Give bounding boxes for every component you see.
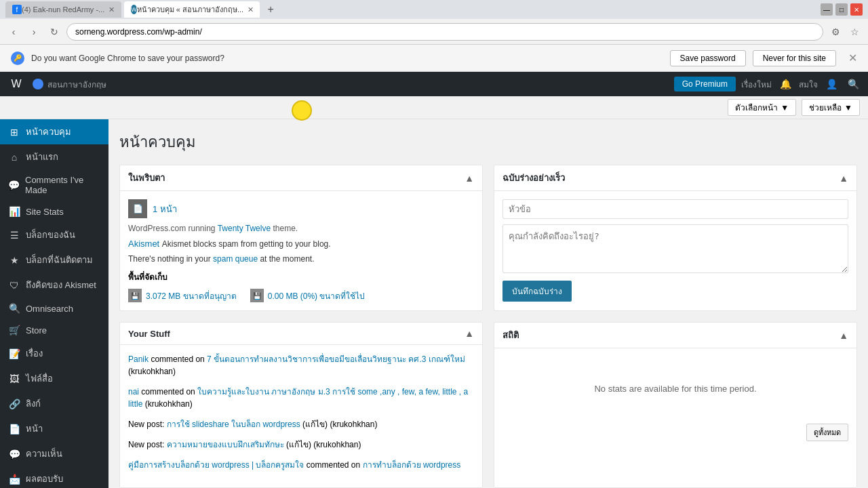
view-all-button[interactable]: ดูทั้งหมด [806,424,848,441]
save-draft-button[interactable]: บันทึกฉบับร่าง [502,281,572,302]
adminbar-search-icon[interactable]: 🔍 [845,76,861,92]
stats-body: No stats are available for this time per… [494,348,856,429]
password-prompt-text: Do you want Google Chrome to save your p… [31,54,663,63]
help-label: ช่วยเหลือ [809,101,842,114]
password-bar-close[interactable]: ✕ [848,52,857,64]
draft-content-input[interactable] [502,224,848,273]
never-for-site-button[interactable]: Never for this site [753,50,836,66]
new-post-link[interactable]: เรื่องใหม่ [741,78,772,91]
sidebar-item-dashboard[interactable]: ⊞ หน้าควบคุม [0,119,108,144]
sidebar-item-media[interactable]: 🖼 ไฟล์สื่อ [0,366,108,391]
post-link-4[interactable]: ความหมายของแบบฝึกเสริมทักษะ [167,440,284,449]
posts-icon: 📝 [8,348,20,359]
reload-button[interactable]: ↻ [46,24,62,40]
at-a-glance-widget: ในพริบตา ▲ 📄 1 หน้า WordPress.com runnin… [119,165,483,311]
page-count-link[interactable]: 1 หน้า [153,204,177,214]
omnisearch-icon: 🔍 [8,303,20,314]
page-select-button[interactable]: ตัวเลือกหน้า ▼ [728,99,796,116]
sidebar-item-akismet[interactable]: 🛡 ถึงคิดของ Akismet [0,272,108,298]
your-stuff-title: Your Stuff [128,329,170,339]
post-link-3[interactable]: การใช้ slideshare ในบล็อก wordpress [167,420,300,429]
maximize-button[interactable]: □ [835,3,848,16]
browser-toolbar: ‹ › ↻ ⚙ ☆ [0,19,868,45]
dashboard-icon: ⊞ [8,127,20,138]
sidebar-item-stats[interactable]: 📊 Site Stats [0,201,108,222]
new-tab-button[interactable]: + [262,1,279,18]
tab-wordpress-label: หน้าควบคุม « สอนภาษาอังกฤษ... [137,3,243,16]
stats-header: สถิติ ▲ [494,323,856,348]
wp-favicon: W [131,5,137,14]
links-icon: 🔗 [8,399,20,409]
akismet-text2: There's nothing in your spam queue at th… [128,254,474,264]
save-password-button[interactable]: Save password [670,50,746,66]
sidebar-item-comments-label: Comments I've Made [25,175,100,195]
stats-widget: สถิติ ▲ No stats are available for this … [494,322,857,488]
following-icon: ★ [8,255,20,266]
sidebar-item-feedback-label: ผลตอบรับ [26,472,63,486]
your-stuff-toggle[interactable]: ▲ [465,328,474,339]
akismet-link[interactable]: Akismet [128,239,159,249]
tab-facebook-close[interactable]: ✕ [108,5,115,14]
sidebar-item-subscriptions-label: บล็อกของฉัน [26,228,75,242]
sidebar-item-omnisearch[interactable]: 🔍 Omnisearch [0,298,108,319]
tab-facebook[interactable]: f (4) Eak-nun RedArmy -... ✕ [5,1,121,18]
adminbar-bell-icon[interactable]: 🔔 [777,76,793,92]
at-a-glance-toggle[interactable]: ▲ [465,173,474,184]
comments2-icon: 💬 [8,449,20,460]
minimize-button[interactable]: — [821,3,833,16]
sidebar-item-subscriptions[interactable]: ☰ บล็อกของฉัน [0,222,108,247]
tab-wordpress-close[interactable]: ✕ [248,5,254,14]
help-button[interactable]: ช่วยเหลือ ▼ [802,99,860,116]
sidebar: ⊞ หน้าควบคุม ⌂ หน้าแรก 💬 Comments I've M… [0,119,108,488]
chrome-key-icon: 🔑 [11,52,24,65]
go-premium-button[interactable]: Go Premium [674,77,736,92]
at-a-glance-header: ในพริบตา ▲ [120,165,482,191]
extensions-icon[interactable]: ⚙ [827,24,844,40]
storage-used: 💾 3.072 MB ขนาดที่อนุญาต [128,289,237,302]
sidebar-item-pages-label: หน้า [26,422,43,436]
list-item: New post: การใช้ slideshare ในบล็อก word… [128,418,474,430]
close-button[interactable]: ✕ [850,3,863,16]
theme-link[interactable]: Twenty Twelve [218,224,271,233]
window-controls: — □ ✕ [821,3,863,16]
sidebar-item-feedback[interactable]: 📩 ผลตอบรับ [0,466,108,488]
quick-draft-toggle[interactable]: ▲ [839,173,848,184]
adminbar-user-link[interactable]: สมใจ [799,78,818,91]
commenter-link-2[interactable]: nai [128,387,139,396]
adminbar-site[interactable]: สอนภาษาอังกฤษ [33,78,106,91]
pages-stat: 📄 1 หน้า [128,199,474,218]
stats-toggle[interactable]: ▲ [839,330,848,341]
storage-used-link[interactable]: 3.072 MB ขนาดที่อนุญาต [146,289,237,302]
sidebar-item-following[interactable]: ★ บล็อกที่ฉันติดตาม [0,247,108,272]
spam-queue-link[interactable]: spam queue [213,254,258,264]
storage-row: 💾 3.072 MB ขนาดที่อนุญาต 💾 0.00 MB (0%) … [128,289,474,302]
sidebar-item-store[interactable]: 🛒 Store [0,319,108,341]
post-link-1[interactable]: 7 ขั้นตอนการทำผลงานวิชาการเพื่อขอมีขอเลื… [207,354,465,364]
page-select-chevron: ▼ [781,103,789,113]
sidebar-item-comments2[interactable]: 💬 ความเห็น [0,441,108,466]
tab-wordpress[interactable]: W หน้าควบคุม « สอนภาษาอังกฤษ... ✕ [124,1,260,18]
sidebar-item-home-label: หน้าแรก [26,150,58,164]
draft-title-input[interactable] [502,199,848,219]
back-button[interactable]: ‹ [5,24,22,40]
sidebar-item-posts[interactable]: 📝 เรื่อง [0,341,108,366]
post-link-6[interactable]: การทำบล็อกด้วย wordpress [363,460,461,470]
adminbar-user-icon[interactable]: 👤 [823,76,840,92]
address-bar[interactable] [66,23,823,41]
storage-free: 💾 0.00 MB (0%) ขนาดที่ใช้ไป [250,289,366,302]
sidebar-item-stats-label: Site Stats [26,207,64,217]
main-content: หน้าควบคุม ในพริบตา ▲ 📄 1 หน้า Word [108,119,868,488]
wp-logo[interactable]: W [7,75,26,94]
sidebar-item-home[interactable]: ⌂ หน้าแรก [0,144,108,169]
fb-favicon: f [12,5,22,14]
storage-free-link[interactable]: 0.00 MB (0%) ขนาดที่ใช้ไป [268,289,366,302]
bookmark-icon[interactable]: ☆ [846,24,863,40]
commenter-link-1[interactable]: Panik [128,354,149,364]
list-item: Panik commented on 7 ขั้นตอนการทำผลงานวิ… [128,353,474,378]
sidebar-item-pages[interactable]: 📄 หน้า [0,416,108,441]
sidebar-item-comments[interactable]: 💬 Comments I've Made [0,169,108,201]
akismet-icon: 🛡 [8,280,20,291]
sidebar-item-links[interactable]: 🔗 ลิงก์ [0,391,108,416]
forward-button[interactable]: › [26,24,42,40]
post-link-5[interactable]: คู่มือการสร้างบล็อกด้วย wordpress | บล็อ… [128,460,304,470]
